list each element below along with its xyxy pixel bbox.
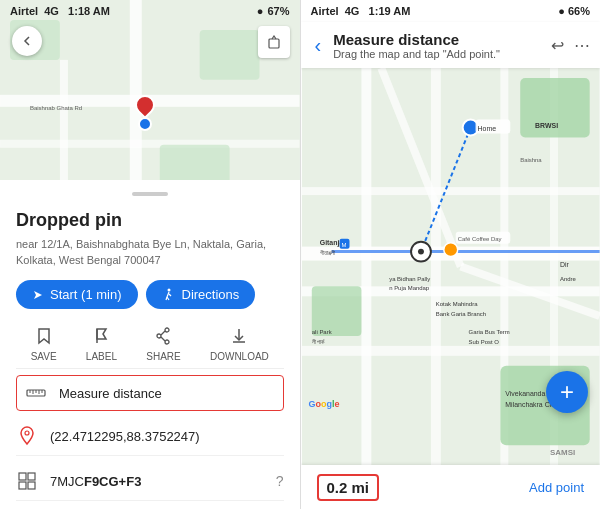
back-icon	[21, 35, 33, 47]
grid-icon	[16, 470, 38, 492]
svg-text:Baishna: Baishna	[520, 157, 542, 163]
svg-text:Home: Home	[477, 125, 496, 132]
map-back-button[interactable]	[12, 26, 42, 56]
svg-marker-10	[34, 291, 42, 299]
map-top-right	[258, 26, 290, 58]
map-area-right[interactable]: Home Gitanjali গীতাঞ্জলী M ya Bidhan Pal…	[301, 68, 601, 465]
left-time: 1:18 AM	[68, 5, 110, 17]
undo-button[interactable]: ↩	[551, 36, 564, 55]
left-network: 4G	[44, 5, 59, 17]
download-action[interactable]: DOWNLOAD	[210, 325, 269, 362]
measure-distance-label: Measure distance	[59, 386, 162, 401]
svg-point-30	[25, 431, 29, 435]
add-point-button[interactable]: Add point	[529, 480, 584, 495]
right-network: 4G	[345, 5, 360, 17]
left-panel: Airtel 4G 1:18 AM ● 67% Baishnab Ghata R…	[0, 0, 300, 509]
status-bar-right: Airtel 4G 1:19 AM ● 66%	[301, 0, 601, 22]
save-action[interactable]: SAVE	[31, 325, 57, 362]
left-status-right: ● 67%	[257, 5, 290, 17]
pin-head	[131, 91, 159, 119]
pluscode-text: 7MJCF9CG+F3	[50, 474, 141, 489]
svg-point-18	[157, 334, 161, 338]
download-label: DOWNLOAD	[210, 351, 269, 362]
right-time: 1:19 AM	[369, 5, 411, 17]
distance-badge: 0.2 mi	[317, 474, 380, 501]
svg-text:ali Park: ali Park	[311, 329, 331, 335]
svg-line-21	[161, 337, 165, 341]
svg-text:Garia Bus Term: Garia Bus Term	[468, 329, 509, 335]
left-battery-icon: ●	[257, 5, 264, 17]
svg-rect-6	[200, 30, 260, 80]
svg-rect-4	[0, 140, 299, 148]
svg-text:n Puja Mandap: n Puja Mandap	[389, 285, 430, 291]
map-pin	[135, 95, 155, 131]
svg-rect-40	[361, 68, 371, 465]
svg-rect-7	[160, 145, 230, 180]
start-button[interactable]: Start (1 min)	[16, 280, 138, 309]
more-options-button[interactable]: ⋯	[574, 36, 590, 55]
share-icon-btn[interactable]	[258, 26, 290, 58]
share-icon	[267, 35, 281, 49]
left-battery: 67%	[267, 5, 289, 17]
fab-button[interactable]: +	[546, 371, 588, 413]
svg-text:Kotak Mahindra: Kotak Mahindra	[435, 301, 477, 307]
svg-rect-41	[430, 68, 440, 465]
location-icon	[16, 425, 38, 447]
fab-plus-icon: +	[560, 378, 574, 406]
share-action-icon	[152, 325, 174, 347]
left-map-svg: Baishnab Ghata Rd	[0, 0, 300, 180]
navigate-icon	[32, 289, 44, 301]
pluscode-item[interactable]: 7MJCF9CG+F3 ?	[16, 462, 284, 501]
svg-point-19	[165, 340, 169, 344]
help-icon[interactable]: ?	[276, 473, 284, 489]
dropped-pin-address: near 12/1A, Baishnabghata Bye Ln, Naktal…	[16, 237, 284, 268]
directions-button[interactable]: Directions	[146, 280, 256, 309]
right-battery: 66%	[568, 5, 590, 17]
svg-rect-2	[130, 0, 142, 180]
map-area-left[interactable]: Airtel 4G 1:18 AM ● 67% Baishnab Ghata R…	[0, 0, 300, 180]
sheet-handle	[132, 192, 168, 196]
bookmark-icon	[33, 325, 55, 347]
share-action[interactable]: SHARE	[146, 325, 180, 362]
svg-text:Sub Post O: Sub Post O	[468, 339, 499, 345]
header-actions: ↩ ⋯	[551, 36, 590, 55]
svg-point-56	[443, 243, 457, 257]
coordinates-text: (22.4712295,88.3752247)	[50, 429, 200, 444]
left-carrier: Airtel	[10, 5, 38, 17]
svg-line-20	[161, 331, 165, 335]
svg-rect-33	[19, 482, 26, 489]
right-battery-icon: ●	[558, 5, 565, 17]
measure-distance-item[interactable]: Measure distance	[16, 375, 284, 411]
svg-text:লী পার্ক: লী পার্ক	[311, 338, 325, 345]
flag-icon	[90, 325, 112, 347]
share-label: SHARE	[146, 351, 180, 362]
right-status-right: ● 66%	[558, 5, 590, 17]
header-title-block: Measure distance Drag the map and tap "A…	[333, 31, 543, 60]
svg-rect-34	[28, 482, 35, 489]
svg-text:Bank Garia Branch: Bank Garia Branch	[435, 311, 485, 317]
quick-actions: SAVE LABEL	[16, 319, 284, 369]
svg-point-17	[165, 328, 169, 332]
svg-text:Café Coffee Day: Café Coffee Day	[457, 236, 501, 242]
label-label: LABEL	[86, 351, 117, 362]
google-logo: Google	[309, 399, 340, 409]
measure-distance-title: Measure distance	[333, 31, 543, 48]
svg-rect-9	[269, 39, 279, 48]
walk-icon	[162, 288, 176, 302]
bottom-sheet: Dropped pin near 12/1A, Baishnabghata By…	[0, 180, 300, 509]
svg-point-11	[167, 288, 170, 291]
svg-rect-32	[28, 473, 35, 480]
label-action[interactable]: LABEL	[86, 325, 117, 362]
svg-text:গীতাঞ্জলী: গীতাঞ্জলী	[319, 250, 335, 256]
action-buttons: Start (1 min) Directions	[16, 280, 284, 309]
status-bar-left: Airtel 4G 1:18 AM ● 67%	[0, 0, 300, 22]
right-back-button[interactable]: ‹	[311, 30, 326, 61]
svg-line-13	[169, 294, 171, 296]
svg-text:Baishnab Ghata Rd: Baishnab Ghata Rd	[30, 105, 82, 111]
save-label: SAVE	[31, 351, 57, 362]
coordinates-item[interactable]: (22.4712295,88.3752247)	[16, 417, 284, 456]
svg-point-55	[417, 249, 423, 255]
svg-text:M: M	[341, 242, 346, 248]
right-header: ‹ Measure distance Drag the map and tap …	[301, 22, 601, 68]
measure-distance-subtitle: Drag the map and tap "Add point."	[333, 48, 543, 60]
